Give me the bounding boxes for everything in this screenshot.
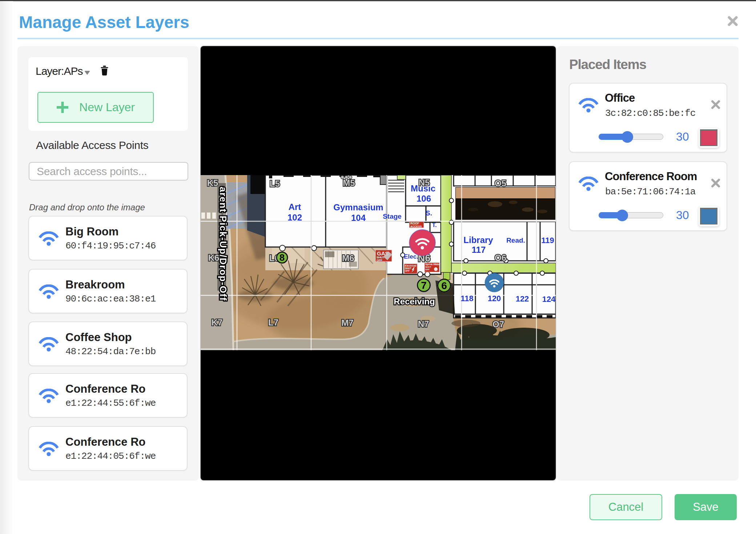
svg-text:T.: T. — [432, 222, 437, 228]
svg-text:K7: K7 — [212, 317, 223, 327]
svg-text:Library: Library — [463, 235, 493, 245]
svg-text:6: 6 — [441, 280, 447, 291]
svg-text:S.: S. — [426, 209, 432, 217]
svg-text:102: 102 — [287, 213, 302, 222]
svg-text:K5: K5 — [207, 178, 218, 188]
svg-text:122: 122 — [516, 294, 529, 303]
svg-text:Stage: Stage — [383, 213, 402, 220]
svg-text:L7: L7 — [268, 317, 278, 327]
svg-text:Gymnasium: Gymnasium — [333, 202, 383, 212]
svg-text:M7: M7 — [341, 318, 353, 328]
svg-text:OFF: OFF — [425, 268, 430, 271]
svg-text:SHUT: SHUT — [425, 266, 431, 268]
svg-text:SHUT: SHUT — [405, 267, 411, 270]
svg-text:118: 118 — [461, 294, 474, 303]
svg-text:O5: O5 — [495, 178, 506, 188]
svg-text:124: 124 — [542, 295, 556, 304]
svg-text:OFF: OFF — [405, 270, 410, 272]
svg-text:Receiving: Receiving — [394, 296, 435, 306]
svg-text:M6: M6 — [342, 253, 354, 263]
svg-text:8: 8 — [280, 252, 285, 263]
svg-text:L5: L5 — [270, 179, 280, 189]
svg-text:M5: M5 — [343, 178, 355, 188]
svg-text:K6: K6 — [208, 253, 220, 263]
svg-text:117: 117 — [472, 245, 486, 255]
svg-text:119: 119 — [541, 236, 554, 245]
svg-text:Read.: Read. — [506, 236, 525, 244]
svg-text:7: 7 — [421, 280, 427, 291]
svg-text:Art: Art — [289, 202, 301, 212]
svg-text:O6: O6 — [495, 253, 506, 263]
svg-text:arent Pick-Up/Drop-Off: arent Pick-Up/Drop-Off — [218, 187, 229, 301]
svg-text:Electrical: Electrical — [405, 264, 416, 267]
svg-text:120: 120 — [488, 294, 501, 303]
svg-text:ACCESS: ACCESS — [410, 225, 422, 228]
svg-text:N7: N7 — [418, 319, 429, 329]
svg-text:O7: O7 — [492, 319, 504, 329]
svg-text:Music: Music — [411, 183, 435, 193]
svg-text:104: 104 — [351, 213, 366, 223]
svg-text:106: 106 — [417, 194, 431, 203]
svg-text:OFF: OFF — [377, 259, 382, 262]
